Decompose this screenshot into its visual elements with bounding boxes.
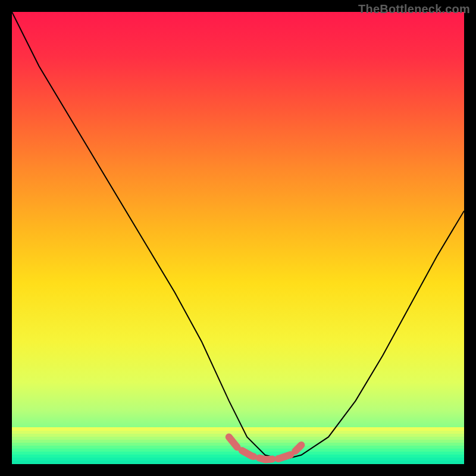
- plot-background: [12, 12, 464, 464]
- watermark-text: TheBottleneck.com: [358, 2, 470, 16]
- svg-rect-3: [12, 434, 464, 437]
- svg-rect-12: [12, 461, 464, 464]
- svg-rect-5: [12, 440, 464, 443]
- svg-rect-2: [12, 431, 464, 434]
- svg-rect-9: [12, 452, 464, 455]
- svg-rect-10: [12, 455, 464, 458]
- svg-rect-11: [12, 458, 464, 461]
- chart-stage: TheBottleneck.com: [0, 0, 476, 476]
- bottleneck-chart: [0, 0, 476, 476]
- svg-rect-4: [12, 437, 464, 440]
- svg-rect-1: [12, 427, 464, 431]
